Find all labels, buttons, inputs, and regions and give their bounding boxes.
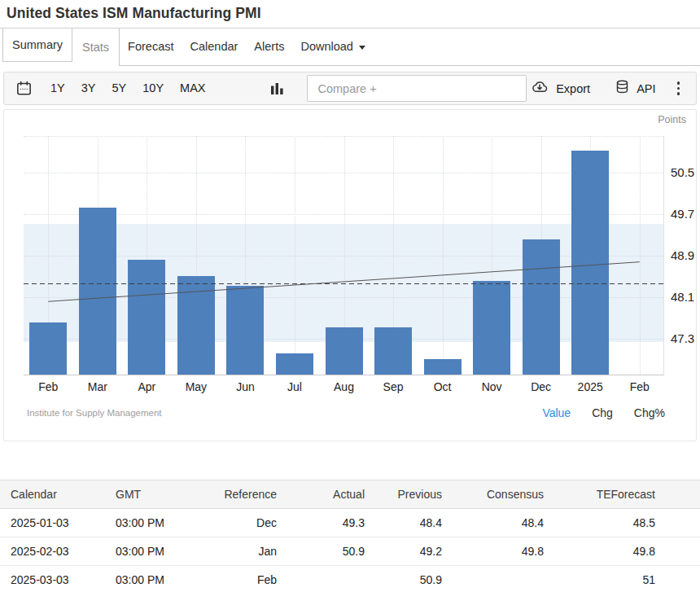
- tab-download[interactable]: Download: [292, 29, 374, 64]
- y-tick-label: 47.3: [671, 331, 694, 346]
- x-tick-label: Nov: [466, 380, 518, 393]
- x-tick-label: Feb: [22, 380, 74, 393]
- x-tick-label: May: [170, 380, 222, 393]
- export-label: Export: [556, 82, 590, 95]
- cell-gmt: 03:00 PM: [116, 509, 212, 537]
- range-1y[interactable]: 1Y: [42, 72, 73, 104]
- caret-down-icon: [359, 46, 365, 50]
- plot-area: VARIANCE MEAN: [24, 136, 664, 375]
- tab-stats[interactable]: Stats: [72, 29, 120, 66]
- tab-forecast[interactable]: Forecast: [120, 29, 182, 64]
- api-database-icon: [615, 79, 630, 98]
- cell-actual: 49.3: [277, 509, 365, 537]
- x-tick-label: Oct: [417, 380, 469, 393]
- series-toggles: ValueChgChg%: [542, 406, 665, 419]
- y-tick-label: 49.7: [671, 207, 694, 221]
- compare-input[interactable]: [307, 75, 527, 102]
- cell-reference: Feb: [212, 566, 277, 592]
- tabs: SummaryStatsForecastCalendarAlertsDownlo…: [0, 29, 700, 66]
- cell-previous: 50.9: [365, 566, 442, 592]
- col-header-consensus: Consensus: [442, 480, 544, 509]
- chart-source: Institute for Supply Management: [27, 408, 162, 418]
- cell-reference: Jan: [212, 537, 277, 566]
- date-range-calendar-icon[interactable]: [15, 80, 33, 97]
- x-tick-label: Aug: [318, 380, 370, 393]
- export-button[interactable]: Export: [530, 80, 590, 97]
- y-tick-label: 48.1: [671, 290, 694, 305]
- range-5y[interactable]: 5Y: [104, 72, 135, 104]
- cell-previous: 48.4: [365, 509, 442, 537]
- page-title: United States ISM Manufacturing PMI: [7, 5, 693, 22]
- col-header-gmt: GMT: [116, 480, 212, 509]
- cell-teforecast: 48.5: [544, 509, 700, 537]
- table-row: 2025-01-0303:00 PMDec49.348.448.448.5: [0, 509, 700, 537]
- cell-consensus: 48.4: [442, 509, 544, 537]
- tab-summary[interactable]: Summary: [2, 29, 72, 62]
- cell-consensus: [442, 566, 544, 592]
- cell-actual: 50.9: [277, 537, 365, 566]
- y-tick-label: 48.9: [671, 248, 694, 263]
- tab-label: Calendar: [190, 40, 238, 53]
- api-label: API: [637, 82, 655, 95]
- tab-calendar[interactable]: Calendar: [182, 29, 247, 64]
- cell-previous: 49.2: [365, 537, 442, 566]
- tab-label: Download: [300, 40, 353, 53]
- col-header-actual: Actual: [277, 480, 365, 509]
- export-cloud-icon: [530, 80, 549, 97]
- cell-reference: Dec: [212, 509, 277, 537]
- cell-consensus: 49.8: [442, 537, 544, 566]
- cell-calendar: 2025-03-03: [0, 566, 116, 592]
- more-options-icon[interactable]: [674, 78, 684, 99]
- x-tick-label: Apr: [120, 380, 173, 393]
- chart-toolbar: 1Y3Y5Y10YMAX Export API: [3, 72, 697, 105]
- range-3y[interactable]: 3Y: [73, 72, 104, 104]
- series-toggle-chgpct[interactable]: Chg%: [634, 406, 665, 419]
- cell-teforecast: 49.8: [544, 537, 700, 566]
- tabs-underline: [112, 65, 700, 66]
- cell-calendar: 2025-02-03: [0, 537, 116, 566]
- y-tick-label: 50.5: [671, 165, 694, 180]
- col-header-calendar: Calendar: [0, 480, 116, 509]
- chart-type-bars-icon[interactable]: [270, 81, 284, 95]
- cell-actual: [277, 566, 365, 592]
- tab-alerts[interactable]: Alerts: [246, 29, 292, 64]
- range-10y[interactable]: 10Y: [134, 72, 172, 104]
- calendar-table: CalendarGMTReferenceActualPreviousConsen…: [0, 480, 700, 592]
- x-tick-label: Feb: [614, 380, 666, 393]
- tab-label: Summary: [12, 38, 63, 51]
- tab-label: Alerts: [254, 40, 284, 53]
- y-axis-unit-label: Points: [658, 114, 686, 125]
- calendar-events-table: CalendarGMTReferenceActualPreviousConsen…: [0, 480, 700, 592]
- x-tick-label: Mar: [72, 380, 124, 393]
- range-max[interactable]: MAX: [172, 72, 213, 104]
- series-toggle-value[interactable]: Value: [542, 406, 571, 419]
- chart-card: Points VARIANCE MEAN 47.348.148.949.750.…: [3, 109, 697, 441]
- series-toggle-chg[interactable]: Chg: [592, 406, 613, 419]
- x-tick-label: Sep: [367, 380, 419, 393]
- trend-line: [24, 136, 664, 375]
- col-header-previous: Previous: [365, 480, 442, 509]
- tab-label: Forecast: [128, 40, 173, 53]
- col-header-teforecast: TEForecast: [544, 480, 700, 509]
- table-row: 2025-03-0303:00 PMFeb50.951: [0, 566, 700, 592]
- x-tick-label: Jul: [269, 380, 321, 393]
- cell-gmt: 03:00 PM: [116, 537, 212, 566]
- x-tick-label: 2025: [564, 380, 616, 393]
- x-tick-label: Dec: [515, 380, 567, 393]
- cell-teforecast: 51: [544, 566, 700, 592]
- tab-label: Stats: [82, 41, 109, 54]
- api-button[interactable]: API: [615, 79, 655, 98]
- x-tick-label: Jun: [219, 380, 271, 393]
- cell-gmt: 03:00 PM: [116, 566, 212, 592]
- title-bar: United States ISM Manufacturing PMI: [0, 0, 700, 29]
- table-row: 2025-02-0303:00 PMJan50.949.249.849.8: [0, 537, 700, 566]
- cell-calendar: 2025-01-03: [0, 509, 116, 537]
- col-header-reference: Reference: [212, 480, 277, 509]
- range-buttons: 1Y3Y5Y10YMAX: [42, 72, 213, 104]
